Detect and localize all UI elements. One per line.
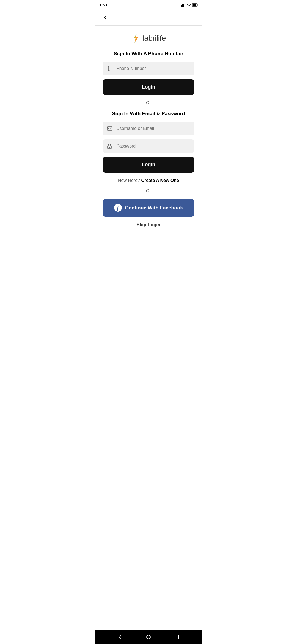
- phone-login-button[interactable]: Login: [103, 79, 194, 95]
- svg-rect-1: [182, 4, 183, 7]
- create-account-link[interactable]: Create A New One: [141, 178, 179, 183]
- svg-rect-5: [197, 4, 198, 6]
- email-icon: [107, 126, 112, 131]
- phone-icon: [107, 66, 112, 71]
- back-arrow-icon: [103, 15, 108, 20]
- lock-icon: [107, 143, 112, 149]
- email-login-button[interactable]: Login: [103, 157, 194, 173]
- svg-point-10: [109, 70, 110, 71]
- svg-rect-6: [193, 4, 196, 6]
- logo-text: fabrilife: [142, 34, 166, 43]
- wifi-icon: [187, 3, 191, 7]
- email-input-wrapper: [103, 122, 194, 135]
- email-input[interactable]: [103, 122, 194, 135]
- email-section-title: Sign In With Email & Password: [103, 111, 194, 117]
- svg-rect-3: [185, 3, 185, 7]
- status-time: 1:53: [99, 3, 107, 7]
- logo-container: fabrilife: [131, 34, 166, 43]
- facebook-icon: f: [114, 204, 122, 212]
- status-icons: [181, 3, 198, 7]
- new-here-prefix: New Here?: [118, 178, 141, 183]
- divider-2: Or: [103, 189, 194, 193]
- signal-icon: [181, 3, 186, 7]
- logo-life: life: [156, 34, 166, 42]
- skip-login-link[interactable]: Skip Login: [137, 222, 161, 228]
- back-button[interactable]: [100, 13, 110, 23]
- svg-rect-12: [107, 127, 112, 130]
- facebook-button-label: Continue With Facebook: [125, 205, 183, 211]
- divider-1: Or: [103, 100, 194, 105]
- password-input[interactable]: [103, 139, 194, 153]
- divider-text-2: Or: [146, 189, 151, 193]
- svg-marker-8: [134, 34, 138, 43]
- main-content: fabrilife Sign In With A Phone Number Lo…: [95, 26, 202, 241]
- top-nav: [95, 10, 202, 26]
- divider-line-left-1: [103, 103, 143, 103]
- status-bar: 1:53: [95, 0, 202, 10]
- svg-rect-11: [109, 67, 111, 67]
- facebook-login-button[interactable]: f Continue With Facebook: [103, 199, 194, 217]
- new-here-text: New Here? Create A New One: [118, 178, 179, 183]
- svg-rect-2: [183, 4, 184, 7]
- password-input-wrapper: [103, 139, 194, 153]
- logo-fabri: fabri: [142, 34, 156, 42]
- phone-input[interactable]: [103, 62, 194, 75]
- logo-icon: [131, 34, 140, 43]
- divider-line-right-2: [154, 191, 194, 191]
- phone-section-title: Sign In With A Phone Number: [103, 51, 194, 57]
- svg-point-14: [109, 147, 110, 148]
- divider-line-right-1: [154, 103, 194, 103]
- divider-line-left-2: [103, 191, 143, 191]
- phone-input-wrapper: [103, 62, 194, 75]
- divider-text-1: Or: [146, 100, 151, 105]
- svg-rect-0: [181, 5, 182, 7]
- battery-icon: [192, 3, 198, 7]
